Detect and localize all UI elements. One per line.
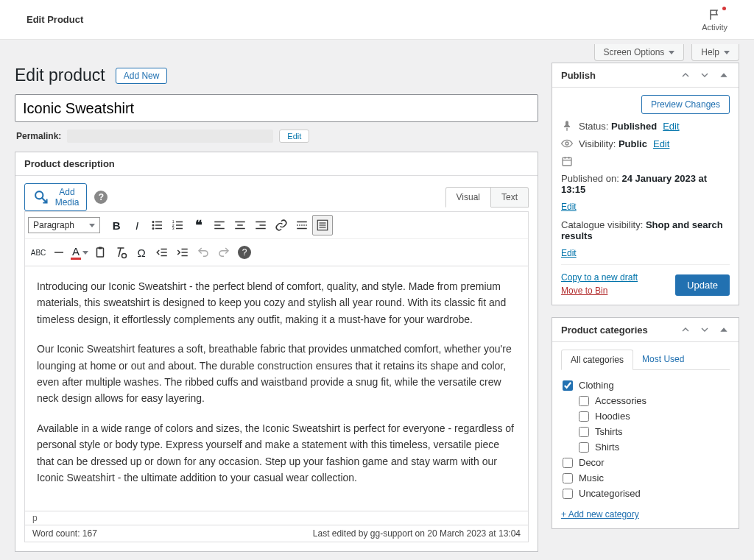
add-media-button[interactable]: Add Media (24, 183, 87, 211)
help-button[interactable]: Help (691, 44, 739, 61)
screen-options-button[interactable]: Screen Options (594, 44, 685, 61)
description-paragraph: Our Iconic Sweatshirt features a soft, b… (37, 341, 516, 407)
published-label: Published on: 24 January 2023 at 13:15 (561, 173, 730, 195)
chevron-down-icon[interactable] (699, 324, 711, 336)
category-item[interactable]: Tshirts (563, 424, 728, 439)
product-title-input[interactable] (15, 94, 538, 122)
category-item[interactable]: Hoodies (563, 408, 728, 424)
update-button[interactable]: Update (675, 274, 730, 296)
chevron-down-icon[interactable] (699, 69, 711, 81)
numbered-list-button[interactable]: 123 (168, 215, 188, 235)
paste-text-button[interactable] (90, 242, 110, 263)
svg-rect-31 (99, 247, 102, 249)
align-center-button[interactable] (230, 215, 250, 235)
special-char-button[interactable]: Ω (131, 242, 152, 263)
category-checkbox[interactable] (563, 458, 573, 468)
add-new-button[interactable]: Add New (116, 68, 168, 84)
category-label: Decor (579, 457, 605, 468)
clear-formatting-button[interactable] (110, 242, 131, 263)
category-label: Accessories (595, 395, 646, 406)
keyboard-help-button[interactable]: ? (234, 242, 255, 263)
chevron-down-icon (669, 51, 674, 54)
paragraph-select[interactable]: Paragraph (28, 217, 100, 233)
categories-tab-most-used[interactable]: Most Used (633, 350, 693, 369)
category-item[interactable]: Music (563, 470, 728, 486)
editor-tab-visual[interactable]: Visual (445, 187, 491, 208)
permalink-edit-button[interactable]: Edit (279, 130, 309, 143)
chevron-down-icon (724, 51, 730, 54)
category-item[interactable]: Uncategorised (563, 486, 728, 501)
strikethrough-button[interactable]: ABC (28, 242, 49, 263)
redo-button[interactable] (214, 242, 234, 263)
category-checkbox[interactable] (579, 442, 589, 453)
preview-changes-button[interactable]: Preview Changes (641, 95, 730, 114)
category-item[interactable]: Decor (563, 455, 728, 470)
categories-list[interactable]: ClothingAccessoriesHoodiesTshirtsShirtsD… (561, 375, 730, 503)
add-new-category-link[interactable]: + Add new category (561, 509, 639, 520)
svg-rect-41 (563, 157, 571, 166)
editor-toolbar: Paragraph B I 123 ❝ ABC A (24, 211, 529, 266)
align-right-button[interactable] (250, 215, 271, 235)
product-description-box: Product description Add Media ? Visual T… (15, 152, 538, 552)
read-more-button[interactable] (292, 215, 312, 235)
svg-marker-39 (720, 73, 727, 77)
toolbar-toggle-button[interactable] (312, 215, 333, 235)
publish-box-title: Publish (561, 70, 596, 81)
permalink-label: Permalink: (16, 131, 61, 141)
word-count: Word count: 167 (32, 528, 97, 539)
categories-box: Product categories All categories Most U… (552, 317, 739, 529)
svg-point-40 (566, 142, 568, 145)
pin-icon (561, 120, 573, 132)
status-edit-link[interactable]: Edit (663, 121, 679, 132)
svg-marker-45 (720, 327, 727, 331)
collapse-icon[interactable] (718, 69, 730, 81)
link-button[interactable] (271, 215, 292, 235)
notification-dot-icon (722, 7, 726, 10)
undo-button[interactable] (193, 242, 214, 263)
indent-button[interactable] (172, 242, 193, 263)
visibility-edit-link[interactable]: Edit (653, 138, 669, 149)
categories-tab-all[interactable]: All categories (561, 350, 633, 370)
category-item[interactable]: Clothing (563, 378, 728, 393)
bold-button[interactable]: B (106, 215, 127, 235)
category-item[interactable]: Accessories (563, 393, 728, 408)
category-checkbox[interactable] (563, 489, 573, 499)
chevron-down-icon (89, 224, 95, 227)
activity-button[interactable]: Activity (702, 8, 727, 32)
text-color-button[interactable]: A (69, 242, 90, 263)
copy-draft-link[interactable]: Copy to a new draft (561, 272, 638, 283)
help-icon[interactable]: ? (94, 191, 108, 204)
last-edited: Last edited by gg-support on 20 March 20… (313, 528, 521, 539)
catalogue-edit-link[interactable]: Edit (561, 248, 577, 258)
screen-options-row: Screen Options Help (0, 40, 754, 61)
category-label: Clothing (579, 380, 614, 391)
outdent-button[interactable] (152, 242, 172, 263)
move-to-bin-link[interactable]: Move to Bin (561, 286, 638, 296)
category-label: Uncategorised (579, 488, 641, 499)
top-bar-title: Edit Product (27, 14, 83, 25)
media-icon (32, 188, 51, 207)
category-checkbox[interactable] (563, 380, 573, 391)
editor-tab-text[interactable]: Text (491, 187, 529, 208)
category-item[interactable]: Shirts (563, 439, 728, 455)
description-box-title: Product description (24, 158, 115, 169)
category-checkbox[interactable] (563, 473, 573, 483)
align-left-button[interactable] (209, 215, 230, 235)
published-edit-link[interactable]: Edit (561, 202, 577, 212)
svg-text:3: 3 (172, 226, 175, 230)
chevron-up-icon[interactable] (680, 324, 691, 336)
blockquote-button[interactable]: ❝ (188, 215, 209, 235)
editor-content[interactable]: Introducing our Iconic Sweatshirt - the … (24, 266, 529, 511)
permalink-value (67, 130, 273, 143)
italic-button[interactable]: I (127, 215, 147, 235)
collapse-icon[interactable] (718, 324, 730, 336)
bullet-list-button[interactable] (147, 215, 168, 235)
horizontal-rule-button[interactable] (49, 242, 69, 263)
category-checkbox[interactable] (579, 427, 589, 437)
category-checkbox[interactable] (579, 396, 589, 406)
category-label: Music (579, 472, 604, 483)
editor-path: p (24, 511, 529, 525)
chevron-up-icon[interactable] (680, 69, 691, 81)
flag-icon (708, 8, 722, 21)
category-checkbox[interactable] (579, 411, 589, 422)
